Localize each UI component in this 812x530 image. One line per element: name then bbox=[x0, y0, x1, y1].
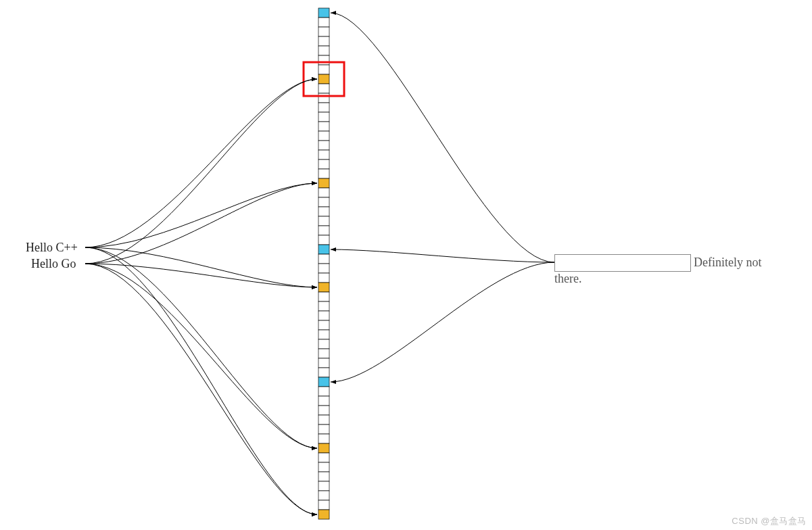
bit-cell bbox=[318, 292, 329, 302]
bit-cell bbox=[318, 387, 329, 396]
hash-arrow-left bbox=[85, 264, 317, 448]
bit-cell bbox=[318, 8, 329, 18]
bit-cell bbox=[318, 84, 329, 93]
bit-cell bbox=[318, 481, 329, 491]
caption-line2: there. bbox=[554, 272, 581, 286]
bit-cell bbox=[318, 425, 329, 434]
bit-cell bbox=[318, 65, 329, 74]
bit-cell bbox=[318, 27, 329, 37]
hash-arrow-right bbox=[331, 249, 554, 262]
bit-cell bbox=[318, 264, 329, 273]
bit-cell bbox=[318, 396, 329, 406]
bit-cell bbox=[318, 112, 329, 122]
hash-arrow-left bbox=[85, 264, 317, 514]
bit-cell bbox=[318, 415, 329, 425]
bit-cell bbox=[318, 226, 329, 235]
hash-arrow-left bbox=[85, 183, 317, 264]
bit-cell bbox=[318, 472, 329, 481]
bit-cell bbox=[318, 406, 329, 415]
bit-cell bbox=[318, 245, 329, 254]
bit-cell bbox=[318, 131, 329, 141]
hash-arrow-left bbox=[85, 247, 317, 514]
bit-cell bbox=[318, 283, 329, 292]
bit-cell bbox=[318, 150, 329, 160]
bit-cell bbox=[318, 349, 329, 358]
bit-cell bbox=[318, 311, 329, 320]
bit-cell bbox=[318, 216, 329, 226]
bit-cell bbox=[318, 491, 329, 500]
bit-cell bbox=[318, 160, 329, 169]
bit-cell bbox=[318, 74, 329, 84]
bit-cell bbox=[318, 434, 329, 443]
bit-cell bbox=[318, 462, 329, 472]
bit-cell bbox=[318, 18, 329, 27]
bit-cell bbox=[318, 453, 329, 462]
bit-cell bbox=[318, 197, 329, 207]
hash-arrow-right bbox=[331, 13, 554, 262]
bit-cell bbox=[318, 443, 329, 453]
bit-cell bbox=[318, 302, 329, 311]
bit-cell bbox=[318, 55, 329, 65]
bit-cell bbox=[318, 320, 329, 330]
bit-cell bbox=[318, 178, 329, 188]
bit-cell bbox=[318, 207, 329, 216]
bit-cell bbox=[318, 169, 329, 178]
caption-line1: Definitely not bbox=[694, 256, 761, 269]
bit-cell bbox=[318, 141, 329, 150]
hash-arrow-left bbox=[85, 79, 317, 264]
bit-cell bbox=[318, 339, 329, 349]
bit-cell bbox=[318, 235, 329, 245]
bit-cell bbox=[318, 500, 329, 510]
bit-cell bbox=[318, 103, 329, 112]
bit-cell bbox=[318, 93, 329, 103]
bit-cell bbox=[318, 188, 329, 197]
query-input-box[interactable] bbox=[554, 254, 691, 272]
bit-cell bbox=[318, 368, 329, 377]
bit-cell bbox=[318, 358, 329, 368]
hash-arrow-right bbox=[331, 262, 554, 382]
hash-arrow-left bbox=[85, 183, 317, 247]
caption-definitely-not-there: Definitely notthere. bbox=[694, 256, 802, 270]
bit-cell bbox=[318, 37, 329, 46]
bit-cell bbox=[318, 273, 329, 283]
bit-cell bbox=[318, 46, 329, 55]
bit-cell bbox=[318, 254, 329, 264]
hash-arrow-left bbox=[85, 79, 317, 247]
bit-cell bbox=[318, 122, 329, 131]
bit-cell bbox=[318, 330, 329, 339]
bit-cell bbox=[318, 377, 329, 387]
bit-cell bbox=[318, 510, 329, 519]
